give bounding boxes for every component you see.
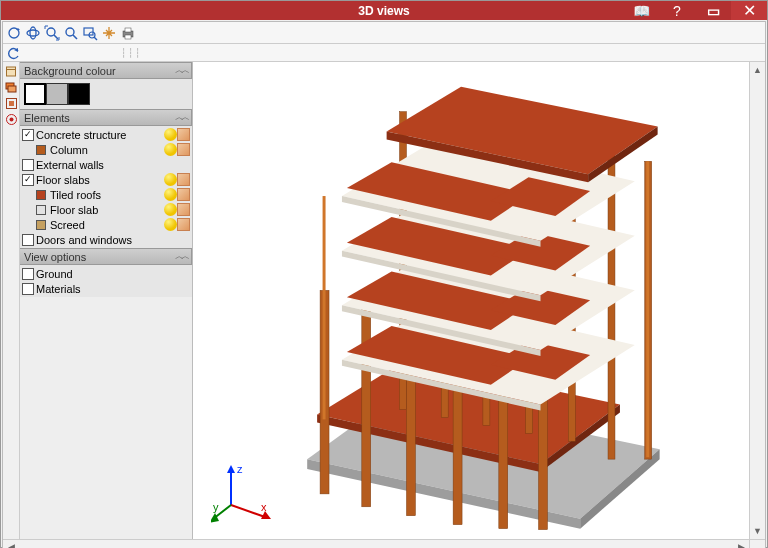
- svg-line-4: [54, 35, 58, 39]
- layers-icon[interactable]: [4, 80, 18, 94]
- row-ground[interactable]: Ground: [20, 266, 192, 281]
- row-label: Doors and windows: [36, 234, 190, 246]
- row-screed[interactable]: Screed: [20, 217, 192, 232]
- section-viewoptions-label: View options: [24, 251, 175, 263]
- row-floor-slabs[interactable]: ✓ Floor slabs: [20, 172, 192, 187]
- svg-line-9: [94, 37, 97, 40]
- section-background[interactable]: Background colour ︿︿: [20, 62, 192, 79]
- view-options-tree: Ground Materials: [20, 265, 192, 297]
- cube-icon[interactable]: [177, 218, 190, 231]
- left-tool-strip: [3, 62, 20, 539]
- row-label: Column: [50, 144, 164, 156]
- svg-rect-18: [9, 101, 14, 106]
- svg-point-5: [66, 28, 74, 36]
- svg-line-64: [231, 505, 265, 517]
- svg-point-1: [27, 30, 39, 36]
- scroll-down-icon[interactable]: ▼: [750, 523, 765, 539]
- svg-rect-11: [125, 28, 131, 32]
- svg-marker-62: [227, 465, 235, 473]
- minimize-button[interactable]: ▭: [695, 1, 731, 20]
- pan-icon[interactable]: [100, 24, 118, 42]
- bulb-icon[interactable]: [164, 203, 177, 216]
- row-materials[interactable]: Materials: [20, 281, 192, 296]
- grip-icon[interactable]: ┆┆┆: [121, 48, 142, 58]
- content-area: ┆┆┆ Background col: [2, 21, 766, 548]
- cube-icon[interactable]: [177, 188, 190, 201]
- checkbox[interactable]: [22, 283, 34, 295]
- cube-icon[interactable]: [177, 128, 190, 141]
- cube-icon[interactable]: [177, 203, 190, 216]
- scroll-up-icon[interactable]: ▲: [750, 62, 765, 78]
- secondary-toolbar: ┆┆┆: [3, 44, 765, 62]
- color-swatch[interactable]: [36, 205, 46, 215]
- target-icon[interactable]: [4, 112, 18, 126]
- svg-line-6: [73, 35, 77, 39]
- row-floor-slab[interactable]: Floor slab: [20, 202, 192, 217]
- help-button[interactable]: ?: [659, 1, 695, 20]
- svg-text:x: x: [261, 501, 267, 513]
- row-label: Ground: [36, 268, 190, 280]
- bulb-icon[interactable]: [164, 128, 177, 141]
- chevron-icon: ︿︿: [175, 250, 187, 263]
- scroll-right-icon[interactable]: ▶: [733, 540, 749, 548]
- svg-rect-28: [362, 308, 371, 507]
- bulb-icon[interactable]: [164, 218, 177, 231]
- section-elements[interactable]: Elements ︿︿: [20, 109, 192, 126]
- color-swatch[interactable]: [36, 190, 46, 200]
- swatch-black[interactable]: [68, 83, 90, 105]
- window-title: 3D views: [358, 4, 409, 18]
- cube-icon[interactable]: [177, 173, 190, 186]
- help-book-icon[interactable]: 📖: [623, 1, 659, 20]
- zoom-all-icon[interactable]: [43, 24, 61, 42]
- elements-tree: ✓ Concrete structure Column External wal…: [20, 126, 192, 248]
- svg-point-3: [47, 28, 55, 36]
- scroll-left-icon[interactable]: ◀: [3, 540, 19, 548]
- building-3d-model: [193, 62, 749, 539]
- swatch-white[interactable]: [24, 83, 46, 105]
- main-toolbar: [3, 22, 765, 44]
- undo-icon[interactable]: [7, 46, 21, 60]
- checkbox[interactable]: ✓: [22, 174, 34, 186]
- row-label: Floor slab: [50, 204, 164, 216]
- row-external-walls[interactable]: External walls: [20, 157, 192, 172]
- checkbox[interactable]: [22, 159, 34, 171]
- svg-point-20: [9, 117, 13, 121]
- bulb-icon[interactable]: [164, 188, 177, 201]
- section-elements-label: Elements: [24, 112, 175, 124]
- box-icon[interactable]: [4, 64, 18, 78]
- app-window: 3D views 📖 ? ▭ ✕: [0, 0, 768, 548]
- svg-text:z: z: [237, 463, 243, 475]
- box-b-icon[interactable]: [4, 96, 18, 110]
- row-label: External walls: [36, 159, 190, 171]
- checkbox[interactable]: [22, 234, 34, 246]
- zoom-icon[interactable]: [62, 24, 80, 42]
- checkbox[interactable]: ✓: [22, 129, 34, 141]
- svg-rect-12: [125, 35, 131, 39]
- chevron-icon: ︿︿: [175, 111, 187, 124]
- bulb-icon[interactable]: [164, 173, 177, 186]
- section-view-options[interactable]: View options ︿︿: [20, 248, 192, 265]
- viewport-3d[interactable]: z x y: [193, 62, 749, 539]
- chevron-icon: ︿︿: [175, 64, 187, 77]
- print-icon[interactable]: [119, 24, 137, 42]
- cube-icon[interactable]: [177, 143, 190, 156]
- bulb-icon[interactable]: [164, 143, 177, 156]
- close-button[interactable]: ✕: [731, 1, 767, 20]
- row-column[interactable]: Column: [20, 142, 192, 157]
- rotate-icon[interactable]: [5, 24, 23, 42]
- orbit-icon[interactable]: [24, 24, 42, 42]
- vertical-scrollbar[interactable]: ▲ ▼: [749, 62, 765, 539]
- zoom-window-icon[interactable]: [81, 24, 99, 42]
- color-swatch[interactable]: [36, 220, 46, 230]
- row-label: Screed: [50, 219, 164, 231]
- row-concrete-structure[interactable]: ✓ Concrete structure: [20, 127, 192, 142]
- section-background-label: Background colour: [24, 65, 175, 77]
- row-label: Materials: [36, 283, 190, 295]
- row-label: Tiled roofs: [50, 189, 164, 201]
- checkbox[interactable]: [22, 268, 34, 280]
- row-doors-windows[interactable]: Doors and windows: [20, 232, 192, 247]
- horizontal-scrollbar[interactable]: ◀ ▶: [3, 539, 765, 548]
- color-swatch[interactable]: [36, 145, 46, 155]
- row-tiled-roofs[interactable]: Tiled roofs: [20, 187, 192, 202]
- swatch-gray[interactable]: [46, 83, 68, 105]
